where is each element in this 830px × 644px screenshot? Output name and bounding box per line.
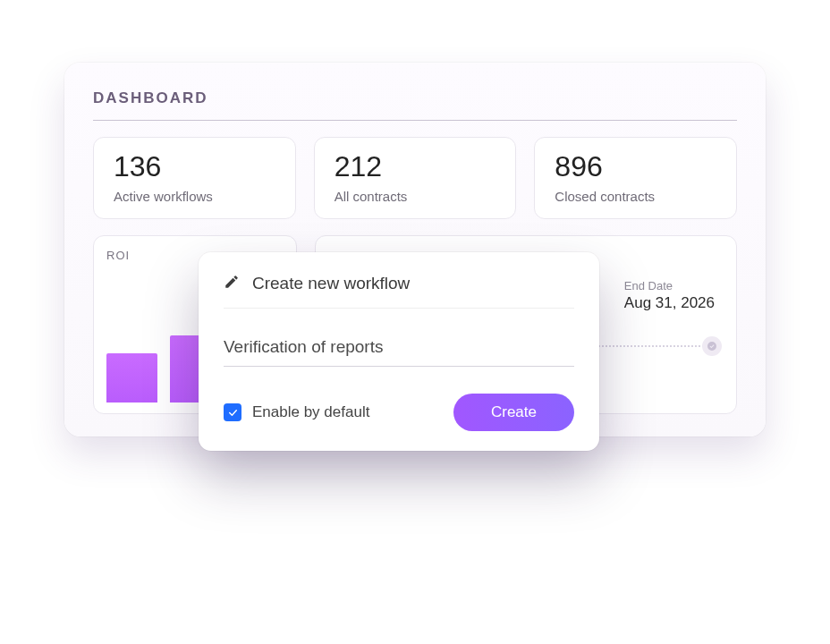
stat-label: Active workflows: [114, 189, 275, 204]
divider: [224, 308, 574, 309]
page-title: DASHBOARD: [93, 89, 737, 107]
stat-card-active-workflows[interactable]: 136 Active workflows: [93, 137, 296, 219]
dialog-title: Create new workflow: [252, 274, 410, 293]
checkbox[interactable]: [224, 403, 241, 421]
stat-label: All contracts: [335, 189, 496, 204]
stat-value: 136: [114, 150, 275, 183]
stat-card-all-contracts[interactable]: 212 All contracts: [314, 137, 517, 219]
stat-value: 212: [335, 150, 496, 183]
pencil-icon: [224, 274, 240, 293]
end-date-label: End Date: [624, 279, 715, 292]
end-date-value: Aug 31, 2026: [624, 294, 715, 312]
divider: [93, 120, 737, 121]
create-workflow-dialog: Create new workflow Enable by default Cr…: [199, 252, 599, 451]
create-button[interactable]: Create: [453, 394, 574, 431]
end-date-block: End Date Aug 31, 2026: [624, 279, 715, 312]
dialog-header: Create new workflow: [224, 274, 574, 293]
stat-label: Closed contracts: [555, 189, 716, 204]
timeline-end-knob[interactable]: [702, 336, 722, 356]
stat-cards: 136 Active workflows 212 All contracts 8…: [93, 137, 737, 219]
checkbox-label: Enable by default: [252, 403, 369, 421]
dialog-footer: Enable by default Create: [224, 394, 574, 431]
enable-default-option[interactable]: Enable by default: [224, 403, 369, 421]
stat-value: 896: [555, 150, 716, 183]
check-circle-icon: [707, 341, 717, 352]
check-icon: [227, 407, 239, 419]
workflow-name-input[interactable]: [224, 334, 574, 367]
stat-card-closed-contracts[interactable]: 896 Closed contracts: [534, 137, 737, 219]
bar: [106, 353, 157, 402]
